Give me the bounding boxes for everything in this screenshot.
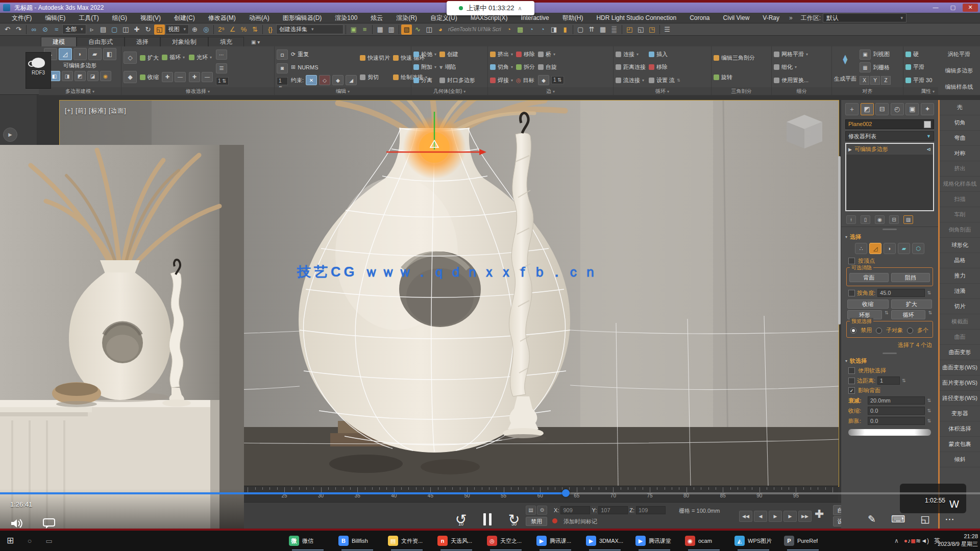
menu-item[interactable]: Corona [683,14,716,21]
pause-button[interactable] [482,513,493,525]
forward-30-button[interactable]: ↻30 [506,512,522,527]
detach-button[interactable]: 分离 [413,76,436,85]
make-planar-button[interactable]: 生成平面 [834,76,856,82]
rewind-10-button[interactable]: ↺10 [453,512,469,527]
ring-dropdown[interactable]: 光环▾ [189,53,213,62]
menu-item[interactable]: 视图(V) [134,14,167,21]
grow-button[interactable]: 扩大 [891,299,933,309]
modifier-stack[interactable]: ▶可编辑多边形⊲ [845,143,934,211]
named-selection-sets-dropdown[interactable]: 创建选择集▾ [276,24,344,34]
ribbon-tab[interactable]: 选择 [125,37,160,46]
edit-triangulation-button[interactable]: 编辑三角剖分 [714,53,755,62]
quick-modifier-button[interactable]: 横截面 [940,314,980,330]
cut-button[interactable]: 剪切 [360,72,390,82]
collapse-button[interactable]: ⩔塌陷 [439,63,475,72]
workspace-dropdown[interactable]: 默认▾ [823,13,906,22]
select-dock-icon[interactable]: ► [3,128,17,142]
tray-icon[interactable]: ◼ [911,537,916,544]
collapse-pill-icon[interactable]: ∧ [518,5,522,12]
menu-item[interactable]: 文件(F) [5,14,38,21]
isolate-selection-icon[interactable]: ▤ [526,506,536,515]
quick-modifier-button[interactable]: 壳 [940,100,980,115]
insert-loop-button[interactable]: 插入 [649,50,680,59]
soft-selection-rollout-header[interactable]: ▾软选择 [841,355,938,366]
taskbar-app[interactable]: ▶ 3DMAX... [582,531,631,551]
constraint-none-icon[interactable]: ✕ [306,75,317,85]
player-progress-handle[interactable] [562,489,570,497]
menu-item[interactable]: V-Ray [756,14,786,21]
selection-spinner[interactable]: 1 ⇅ [216,77,229,85]
shrink-button[interactable]: 收缩 [140,72,159,82]
time-tag-label[interactable]: 添加时间标记 [564,518,597,525]
select-and-rotate-icon[interactable]: ↻ [143,24,154,35]
show-end-result-icon[interactable]: ◨ [62,71,73,81]
tray-expand-icon[interactable]: ∧ [894,537,899,544]
record-dot-icon[interactable] [552,518,557,523]
relax-button[interactable]: 松弛▾ [413,50,436,59]
select-invert-icon[interactable]: ◆ [124,71,137,83]
ring-grow-icon[interactable]: ✚ [189,72,200,82]
quick-modifier-button[interactable]: 曲面 [940,330,980,345]
selection-filter-dropdown[interactable]: 全部▾ [62,24,86,34]
rectangular-selection-region-icon[interactable]: ▢ [109,24,120,35]
show-end-result-tool-icon[interactable]: ▯ [861,215,870,224]
taskbar-app[interactable]: ◭ WPS图片 [730,531,780,551]
quick-modifier-button[interactable]: 晶格 [940,253,980,268]
menu-item[interactable]: 帮助(H) [556,14,590,21]
menu-item[interactable]: 炫云 [364,14,389,21]
select-similar-icon[interactable]: ◇ [124,52,137,64]
preview-multi-radio[interactable] [907,328,913,334]
minimize-button[interactable]: — [928,4,943,12]
render-setup-icon[interactable]: ◔ [504,24,514,35]
start-button[interactable]: ⊞ [4,535,16,547]
loop-dropdown[interactable]: 循环▾ [162,53,186,62]
edge-mode-icon[interactable]: ◿ [869,243,881,254]
dot-ring-icon[interactable]: ☰ [216,63,227,73]
menu-item[interactable]: 渲染(R) [389,14,424,21]
quick-modifier-button[interactable]: 推力 [940,268,980,284]
menu-item[interactable]: 编辑(E) [38,14,72,21]
polygon-mode-icon[interactable]: ▰ [898,243,910,254]
align-to-view-button[interactable]: ▣到视图 [860,50,891,59]
chat-icon[interactable] [43,518,55,529]
play-button[interactable]: ▶ [769,511,782,522]
taskbar-app[interactable]: ▶ 腾讯课堂 [631,531,681,551]
tessellate-button[interactable]: 细化▾ [774,63,808,72]
taskbar-app[interactable]: ◉ ocam [681,531,730,551]
loop-button[interactable]: 循环 [891,310,926,319]
tray-icon[interactable]: ● [904,537,908,544]
go-to-end-button[interactable]: ▶▶ [798,511,812,522]
add-button[interactable]: ✚ [815,508,824,521]
select-and-link-icon[interactable]: ∞ [29,24,39,35]
element-subobject-icon[interactable]: ◧ [103,48,116,60]
bridge-button[interactable]: 桥▾ [538,50,564,59]
use-soft-selection-checkbox[interactable]: 使用软选择 [841,366,938,375]
quick-modifier-button[interactable]: 扫描 [940,192,980,207]
new-scene-explorer-icon[interactable]: ▢ [575,24,586,35]
align-y-button[interactable]: Y [870,76,880,85]
toggle-scene-explorer-icon[interactable]: ▦ [375,24,385,35]
next-modifier-icon[interactable]: ◩ [75,71,86,81]
align-x-button[interactable]: X [860,76,869,85]
loop-grow-icon[interactable]: ✚ [162,72,173,82]
quick-modifier-button[interactable]: 切片 [940,299,980,314]
tray-icon[interactable]: ◄) [921,537,929,544]
preserve-uvs-icon[interactable]: ◘ [277,49,288,60]
taskbar-app[interactable]: 微 微信 [285,531,334,551]
shrink-window-icon[interactable]: ◱ [920,513,929,525]
select-object-icon[interactable]: ▹ [87,24,97,35]
more-options-icon[interactable]: ⋯ [945,513,954,525]
reference-video-overlay[interactable]: 1:26:41 [0,145,244,535]
select-by-name-icon[interactable]: ▤ [98,24,109,35]
menu-item[interactable]: Civil View [717,14,756,21]
quick-slice-button[interactable]: 快速切片 [360,53,390,62]
attach-button[interactable]: 附加▾ [413,63,436,72]
turn-button[interactable]: 旋转 [714,72,755,82]
reference-coordinate-system-dropdown[interactable]: 视图▾ [165,24,189,34]
rdf3-script-panel[interactable]: RDF3 [26,52,51,89]
quick-modifier-button[interactable]: 路径变形(WS) [940,391,980,406]
quick-modifier-button[interactable]: 球形化 [940,238,980,253]
right-stack-item[interactable]: 编辑多边形 [938,67,980,74]
target-weld-button[interactable]: ◎目标 [516,76,535,85]
render-vray-icon[interactable]: ▮ [560,24,571,35]
